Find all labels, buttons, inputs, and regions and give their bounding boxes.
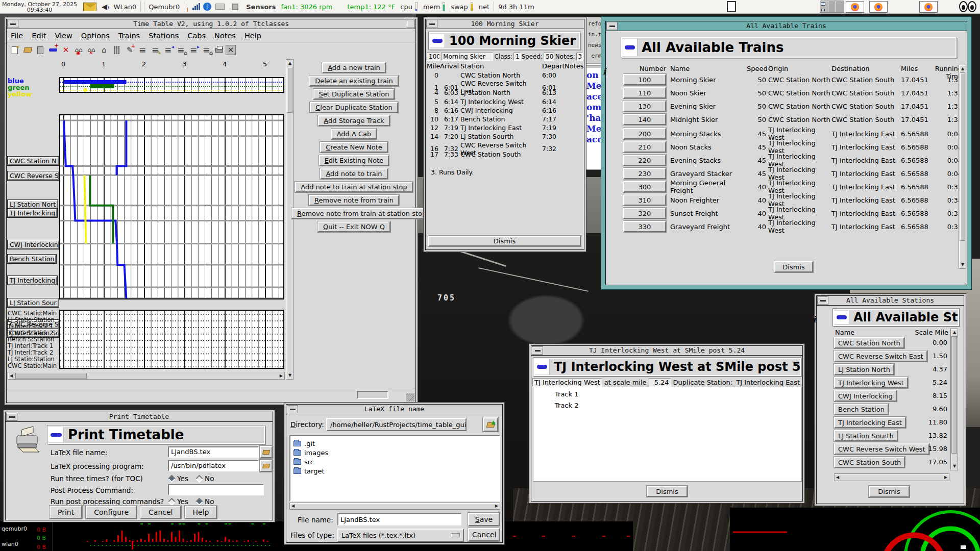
action-button[interactable]: Set Duplicate Station bbox=[313, 89, 395, 99]
train-number-button[interactable]: 210 bbox=[623, 141, 666, 153]
folder-row[interactable]: images bbox=[290, 448, 499, 457]
station-button[interactable]: CWJ Interlockin bbox=[8, 240, 59, 249]
trains-v-scrollbar[interactable]: ▲ ▼ bbox=[959, 65, 966, 269]
menu-item[interactable]: Stations bbox=[149, 32, 179, 40]
browse-file-button[interactable] bbox=[260, 446, 273, 458]
delete-train-icon[interactable]: ✕ bbox=[60, 44, 72, 56]
print-dialog-button[interactable]: Print bbox=[50, 506, 82, 519]
station-button[interactable]: LJ Station Sourth bbox=[834, 430, 898, 441]
remove-note-from-train-icon[interactable]: ≡▸ bbox=[187, 44, 200, 56]
action-button[interactable]: Add A Cab bbox=[331, 129, 377, 139]
dismiss-button[interactable]: Dismis bbox=[428, 236, 581, 246]
station-button[interactable]: LJ Station Nort bbox=[8, 200, 58, 209]
track-item[interactable]: Track 2 bbox=[555, 402, 801, 413]
menu-item[interactable]: File bbox=[11, 32, 23, 40]
menu-item[interactable]: Options bbox=[81, 32, 110, 40]
taskbar-firefox-3[interactable] bbox=[919, 1, 938, 13]
station-button[interactable]: CWC Station N bbox=[8, 157, 59, 165]
mail-icon[interactable] bbox=[83, 3, 96, 11]
yes-label[interactable]: Yes bbox=[177, 474, 188, 483]
file-list[interactable]: .git images src target bbox=[289, 435, 500, 502]
open-icon[interactable] bbox=[21, 44, 34, 56]
minimize-button[interactable] bbox=[532, 346, 543, 355]
action-button[interactable]: Edit Existing Note bbox=[319, 155, 389, 166]
action-button[interactable]: Add note to train at station stop bbox=[295, 182, 412, 192]
latex-file-input[interactable]: LJandBS.tex bbox=[168, 446, 259, 458]
add-storage-track-icon[interactable]: ⌂ bbox=[98, 44, 110, 56]
train-number-button[interactable]: 140 bbox=[623, 114, 666, 125]
main-titlebar[interactable]: Time Table V2, using 1.0.2 of Ttclasses bbox=[7, 19, 415, 29]
minimize-button[interactable] bbox=[817, 296, 828, 305]
action-button[interactable]: Remove note from train at station stop bbox=[291, 208, 432, 219]
trains-titlebar[interactable]: All Available Trains bbox=[606, 21, 967, 31]
no-radio[interactable] bbox=[195, 475, 204, 483]
yes-label[interactable]: Yes bbox=[177, 497, 188, 506]
train-number-button[interactable]: 130 bbox=[623, 101, 666, 112]
folder-row[interactable]: .git bbox=[290, 439, 499, 448]
add-note-to-train-icon[interactable]: ≡◂ bbox=[162, 44, 174, 56]
print-icon[interactable] bbox=[213, 44, 225, 56]
train-number-button[interactable]: 320 bbox=[623, 208, 666, 219]
minimize-button[interactable] bbox=[426, 20, 437, 28]
bluetooth-icon[interactable]: ᛒ bbox=[203, 3, 211, 11]
skier-titlebar[interactable]: 100 Morning Skier bbox=[426, 19, 584, 29]
filelist-h-scrollbar[interactable]: ◀ ▶ bbox=[289, 503, 500, 510]
track-item[interactable]: Track 1 bbox=[555, 390, 801, 402]
browse-program-button[interactable] bbox=[260, 460, 273, 472]
minimize-button[interactable] bbox=[7, 20, 18, 28]
station-button[interactable]: LJ Station North bbox=[834, 364, 894, 375]
volume-icon[interactable]: ◀) bbox=[102, 3, 109, 11]
train-number-button[interactable]: 310 bbox=[623, 194, 666, 206]
minimize-button[interactable] bbox=[606, 22, 618, 30]
station-button[interactable]: TJ Interlocking bbox=[8, 276, 57, 285]
menu-item[interactable]: View bbox=[55, 32, 72, 40]
minimize-button[interactable] bbox=[287, 405, 298, 413]
post-process-input[interactable] bbox=[168, 484, 264, 495]
station-button[interactable]: TJ Interlocking bbox=[8, 209, 57, 217]
action-button[interactable]: Add a new train bbox=[322, 62, 386, 73]
minimize-button[interactable] bbox=[6, 413, 17, 421]
menu-item[interactable]: Edit bbox=[32, 32, 46, 40]
save-icon[interactable] bbox=[34, 44, 46, 56]
bridge-label[interactable]: Qemubr0 bbox=[149, 3, 180, 11]
station-button[interactable]: CWC Reverse Switch West bbox=[834, 443, 929, 455]
print-dialog-button[interactable]: Configure bbox=[86, 506, 137, 519]
files-of-type-combobox[interactable]: LaTeX files (*.tex,*.ltx) bbox=[337, 529, 464, 542]
add-train-icon[interactable]: + bbox=[47, 44, 59, 56]
new-timetable-icon[interactable]: ✶ bbox=[9, 44, 21, 56]
latex-titlebar[interactable]: LaTeX file name bbox=[286, 405, 502, 414]
remove-note-at-stop-icon[interactable]: ≡⌂ bbox=[200, 44, 212, 56]
yes-radio-selected[interactable] bbox=[168, 475, 176, 483]
train-number-button[interactable]: 110 bbox=[623, 87, 666, 98]
folder-row[interactable]: target bbox=[290, 466, 499, 475]
print-dialog-button[interactable]: Help bbox=[185, 506, 217, 519]
add-note-at-stop-icon[interactable]: ≡⌂ bbox=[175, 44, 187, 56]
action-button[interactable]: Add Storage Track bbox=[318, 115, 389, 126]
menu-item[interactable]: Help bbox=[244, 32, 261, 40]
tj-titlebar[interactable]: TJ Interlocking West at SMile post 5.24 bbox=[531, 346, 802, 356]
add-cab-icon[interactable] bbox=[111, 44, 123, 56]
stations-titlebar[interactable]: All Available Stations bbox=[817, 296, 964, 306]
dismiss-button[interactable]: Dismis bbox=[647, 486, 688, 497]
station-button[interactable]: CWC Station South bbox=[834, 457, 905, 468]
latex-program-input[interactable]: /usr/bin/pdflatex bbox=[168, 460, 259, 471]
taskbar-firefox-1[interactable] bbox=[846, 1, 864, 13]
station-button[interactable]: Bench Station bbox=[834, 404, 889, 415]
station-button[interactable]: TJ Interlocking East bbox=[834, 417, 906, 428]
resize-grip[interactable] bbox=[406, 393, 414, 402]
station-button[interactable]: Bench Station bbox=[8, 255, 56, 263]
file-name-input[interactable]: LJandBS.tex bbox=[337, 513, 461, 525]
action-button[interactable]: Clear Duplicate Station bbox=[310, 102, 398, 113]
train-number-button[interactable]: 200 bbox=[623, 128, 666, 139]
create-note-icon[interactable]: ✎+ bbox=[124, 44, 136, 56]
maximize-button[interactable] bbox=[407, 20, 415, 28]
action-button[interactable]: Quit -- Exit NOW Q bbox=[317, 221, 390, 232]
train-number-button[interactable]: 230 bbox=[623, 168, 666, 179]
print-titlebar[interactable]: Print Timetable bbox=[6, 412, 273, 422]
station-button[interactable]: CWC Reverse Switch East bbox=[834, 350, 927, 362]
menu-item[interactable]: Trains bbox=[118, 32, 140, 40]
chart-h-scrollbar[interactable]: ◀ ▶ bbox=[8, 372, 285, 380]
action-button[interactable]: Delete an existing train bbox=[309, 76, 399, 86]
yes-radio[interactable] bbox=[168, 498, 176, 506]
train-number-button[interactable]: 330 bbox=[623, 221, 666, 232]
